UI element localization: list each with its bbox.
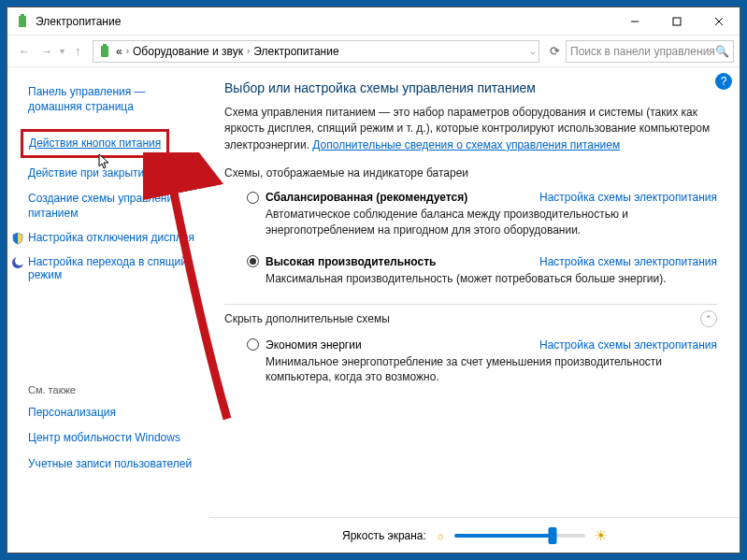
content-body: Панель управления — домашняя страница Де…	[7, 67, 740, 553]
power-plan-icon	[97, 44, 112, 59]
sidebar-home-link[interactable]: Панель управления — домашняя страница	[28, 84, 198, 114]
plan-name-power-saver: Экономия энергии	[266, 338, 362, 352]
search-placeholder: Поиск в панели управления	[570, 45, 715, 58]
sidebar-item-power-buttons[interactable]: Действия кнопок питания	[21, 129, 169, 157]
shield-icon	[11, 232, 24, 245]
close-button[interactable]	[697, 7, 740, 36]
brightness-label: Яркость экрана:	[342, 529, 426, 542]
plan-desc-high-perf: Максимальная производительность (может п…	[266, 271, 717, 287]
dropdown-history-icon[interactable]: ▾	[60, 46, 65, 56]
edit-plan-balanced-link[interactable]: Настройка схемы электропитания	[539, 191, 717, 204]
svg-rect-3	[673, 18, 681, 25]
collapse-icon[interactable]: ⌃	[700, 310, 717, 327]
main-panel: ? Выбор или настройка схемы управления п…	[209, 67, 740, 553]
hide-extra-label[interactable]: Скрыть дополнительные схемы	[224, 312, 390, 325]
battery-indicator-label: Схемы, отображаемые на индикаторе батаре…	[224, 166, 717, 179]
search-icon[interactable]: 🔍	[715, 45, 729, 58]
sidebar-item-sleep[interactable]: Настройка перехода в спящий режим	[28, 255, 198, 281]
svg-rect-1	[21, 14, 24, 16]
plan-balanced: Сбалансированная (рекомендуется) Настрой…	[247, 191, 717, 238]
edit-plan-saver-link[interactable]: Настройка схемы электропитания	[539, 338, 717, 352]
chevron-right-icon: ›	[126, 46, 129, 56]
nav-bar: ← → ▾ ↑ « › Оборудование и звук › Электр…	[7, 36, 740, 67]
back-button[interactable]: ←	[13, 40, 36, 63]
help-button[interactable]: ?	[715, 73, 732, 90]
svg-rect-7	[103, 44, 107, 46]
sidebar-link-accounts[interactable]: Учетные записи пользователей	[28, 456, 198, 471]
breadcrumb-power[interactable]: Электропитание	[253, 45, 338, 58]
sidebar-item-display-off[interactable]: Настройка отключения дисплея	[28, 231, 194, 244]
see-also-label: См. также	[28, 384, 198, 395]
plan-name-balanced: Сбалансированная (рекомендуется)	[266, 191, 467, 204]
power-icon	[15, 14, 30, 29]
svg-rect-0	[19, 16, 26, 27]
address-dropdown-icon[interactable]: ⌵	[530, 47, 535, 56]
radio-power-saver[interactable]	[247, 338, 259, 351]
chevron-right-icon: ›	[247, 46, 250, 56]
minimize-button[interactable]	[613, 7, 655, 36]
forward-button[interactable]: →	[36, 40, 58, 63]
plan-name-high-perf: Высокая производительность	[266, 255, 436, 268]
edit-plan-highperf-link[interactable]: Настройка схемы электропитания	[539, 255, 717, 268]
sun-low-icon: ☼	[436, 530, 445, 541]
plan-desc-power-saver: Минимальное энергопотребление за счет ум…	[266, 354, 717, 386]
titlebar: Электропитание	[7, 7, 740, 36]
plan-power-saver: Экономия энергии Настройка схемы электро…	[247, 338, 717, 386]
radio-balanced[interactable]	[247, 192, 259, 204]
breadcrumb-hw-sound[interactable]: Оборудование и звук	[133, 45, 243, 58]
refresh-button[interactable]: ⟳	[543, 40, 566, 63]
plan-high-perf: Высокая производительность Настройка схе…	[247, 255, 717, 287]
slider-thumb[interactable]	[548, 527, 556, 544]
moon-icon	[11, 256, 24, 269]
breadcrumb-prefix: «	[116, 45, 122, 58]
sidebar-link-personalization[interactable]: Персонализация	[28, 405, 198, 420]
sidebar: Панель управления — домашняя страница Де…	[7, 67, 209, 553]
search-input[interactable]: Поиск в панели управления 🔍	[566, 40, 734, 63]
up-button[interactable]: ↑	[66, 40, 89, 63]
window-controls	[613, 7, 740, 36]
learn-more-link[interactable]: Дополнительные сведения о схемах управле…	[312, 138, 620, 151]
address-bar[interactable]: « › Оборудование и звук › Электропитание…	[93, 40, 539, 63]
brightness-slider[interactable]	[454, 534, 585, 538]
power-options-window: Электропитание ← → ▾ ↑ « › Оборудование …	[7, 7, 740, 553]
window-title: Электропитание	[36, 15, 613, 28]
hide-extra-row: Скрыть дополнительные схемы ⌃	[224, 304, 717, 327]
maximize-button[interactable]	[655, 7, 697, 36]
page-heading: Выбор или настройка схемы управления пит…	[224, 80, 717, 95]
svg-rect-6	[101, 46, 108, 57]
plan-desc-balanced: Автоматическое соблюдение баланса между …	[266, 207, 717, 238]
sidebar-link-mobility[interactable]: Центр мобильности Windows	[28, 430, 198, 445]
slider-track	[454, 534, 553, 538]
sun-high-icon: ☀	[595, 527, 607, 544]
radio-high-perf[interactable]	[247, 255, 259, 267]
sidebar-item-lid-close[interactable]: Действие при закрытии крышки	[28, 165, 198, 180]
brightness-bar: Яркость экрана: ☼ ☀	[209, 517, 740, 553]
sidebar-item-create-plan[interactable]: Создание схемы управления питанием	[28, 191, 198, 221]
svg-point-9	[15, 256, 24, 266]
page-description: Схема управления питанием — это набор па…	[224, 105, 717, 153]
